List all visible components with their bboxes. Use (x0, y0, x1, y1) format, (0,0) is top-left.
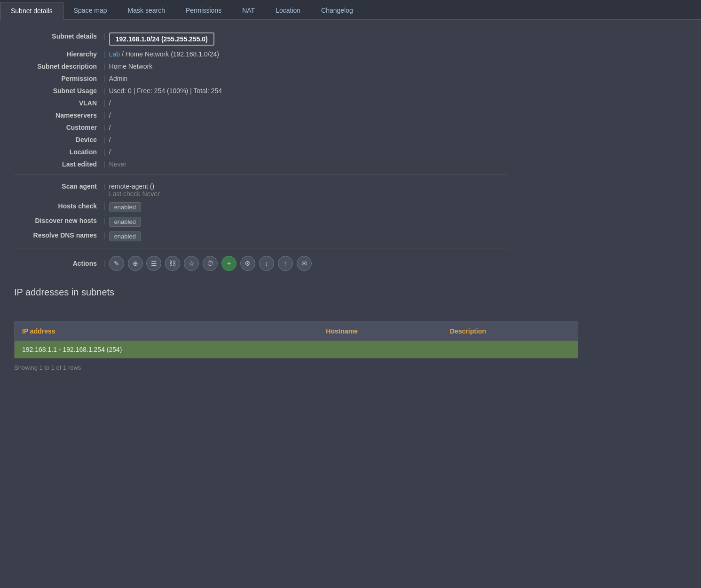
value-device: / (109, 135, 508, 143)
cell-description (442, 341, 578, 358)
spacer (14, 307, 687, 321)
label-device: Device (14, 135, 103, 143)
tab-space-map[interactable]: Space map (63, 2, 118, 20)
sep-resolve-dns: | (103, 230, 109, 239)
cell-ip: 192.168.1.1 - 192.168.1.254 (254) (15, 341, 318, 358)
sep-hierarchy: | (103, 49, 109, 58)
tab-changelog[interactable]: Changelog (311, 2, 363, 20)
label-actions: Actions (14, 259, 103, 267)
table-row[interactable]: 192.168.1.1 - 192.168.1.254 (254) (15, 341, 578, 358)
row-hosts-check: Hosts check | enabled (14, 199, 508, 214)
main-content: Subnet details | 192.168.1.0/24 (255.255… (0, 20, 701, 381)
sep-location: | (103, 147, 109, 156)
sep-last-edited: | (103, 159, 109, 168)
ip-section-heading: IP addresses in subnets (14, 287, 687, 298)
row-resolve-dns: Resolve DNS names | enabled (14, 229, 508, 243)
email-button[interactable]: ✉ (297, 256, 312, 271)
sep-permission: | (103, 74, 109, 82)
label-customer: Customer (14, 123, 103, 131)
row-permission: Permission | Admin (14, 72, 508, 84)
value-location: / (109, 147, 508, 156)
row-actions: Actions | ✎ ⊕ ☰ ⛓ ☆ ⏱ + ⚙ ↓ ↑ ✉ (14, 253, 687, 273)
tab-mask-search[interactable]: Mask search (118, 2, 175, 20)
row-nameservers: Nameservers | / (14, 109, 508, 121)
sep-nameservers: | (103, 111, 109, 119)
col-ip-address: IP address (15, 322, 318, 341)
value-discover-hosts: enabled (109, 216, 508, 227)
tab-permissions[interactable]: Permissions (175, 2, 232, 20)
row-hierarchy: Hierarchy | Lab / Home Network (192.168.… (14, 48, 508, 60)
scan-last-check: Last check Never (109, 190, 160, 198)
sep-device: | (103, 135, 109, 143)
label-scan-agent: Scan agent (14, 182, 103, 190)
list-button[interactable]: ☰ (146, 256, 161, 271)
value-vlan: / (109, 98, 508, 107)
hierarchy-rest: / Home Network (192.168.1.0/24) (120, 50, 219, 58)
value-scan-agent: remote-agent () Last check Never (109, 182, 508, 198)
value-permission: Admin (109, 74, 508, 82)
tab-bar: Subnet details Space map Mask search Per… (0, 0, 701, 20)
badge-resolve-dns: enabled (109, 231, 141, 241)
add-circle-button[interactable]: ⊕ (128, 256, 143, 271)
sep-customer: | (103, 123, 109, 131)
row-device: Device | / (14, 133, 508, 145)
value-resolve-dns: enabled (109, 230, 508, 241)
subnet-badge: 192.168.1.0/24 (255.255.255.0) (109, 32, 214, 46)
value-subnet-description: Home Network (109, 62, 508, 70)
row-subnet-details: Subnet details | 192.168.1.0/24 (255.255… (14, 30, 508, 48)
sep-subnet-details: | (103, 32, 109, 40)
row-subnet-description: Subnet description | Home Network (14, 60, 508, 72)
value-customer: / (109, 123, 508, 131)
value-hosts-check: enabled (109, 201, 508, 212)
row-subnet-usage: Subnet Usage | Used: 0 | Free: 254 (100%… (14, 84, 508, 96)
link-button[interactable]: ⛓ (165, 256, 180, 271)
plus-button[interactable]: + (221, 256, 236, 271)
value-actions: ✎ ⊕ ☰ ⛓ ☆ ⏱ + ⚙ ↓ ↑ ✉ (109, 255, 687, 271)
label-resolve-dns: Resolve DNS names (14, 230, 103, 239)
label-discover-hosts: Discover new hosts (14, 216, 103, 224)
label-subnet-description: Subnet description (14, 62, 103, 70)
scan-agent-parens: () (148, 183, 154, 190)
label-vlan: VLAN (14, 98, 103, 107)
value-nameservers: / (109, 111, 508, 119)
sep-scan-agent: | (103, 182, 109, 190)
sep-subnet-description: | (103, 62, 109, 70)
ip-table-wrapper: IP address Hostname Description 192.168.… (14, 321, 578, 358)
row-discover-hosts: Discover new hosts | enabled (14, 214, 508, 229)
value-last-edited: Never (109, 159, 508, 168)
tab-subnet-details[interactable]: Subnet details (0, 2, 63, 20)
sep-discover-hosts: | (103, 216, 109, 224)
download-button[interactable]: ↓ (259, 256, 274, 271)
label-subnet-details: Subnet details (14, 32, 103, 40)
star-button[interactable]: ☆ (184, 256, 199, 271)
tab-location[interactable]: Location (265, 2, 311, 20)
value-subnet-details: 192.168.1.0/24 (255.255.255.0) (109, 32, 508, 46)
divider-1 (14, 175, 508, 175)
sep-vlan: | (103, 98, 109, 107)
sep-hosts-check: | (103, 201, 109, 210)
col-description: Description (442, 322, 578, 341)
badge-hosts-check: enabled (109, 202, 141, 212)
row-customer: Customer | / (14, 121, 508, 133)
scan-table: Scan agent | remote-agent () Last check … (14, 180, 508, 243)
label-hosts-check: Hosts check (14, 201, 103, 210)
table-header-row: IP address Hostname Description (15, 322, 578, 341)
settings-button[interactable]: ⚙ (240, 256, 255, 271)
label-location: Location (14, 147, 103, 156)
cell-hostname (318, 341, 442, 358)
clock-button[interactable]: ⏱ (203, 256, 218, 271)
value-subnet-usage: Used: 0 | Free: 254 (100%) | Total: 254 (109, 86, 508, 95)
upload-button[interactable]: ↑ (278, 256, 293, 271)
label-last-edited: Last edited (14, 159, 103, 168)
badge-discover-hosts: enabled (109, 217, 141, 227)
edit-button[interactable]: ✎ (109, 256, 124, 271)
divider-2 (14, 248, 508, 248)
row-vlan: VLAN | / (14, 96, 508, 109)
value-hierarchy: Lab / Home Network (192.168.1.0/24) (109, 49, 508, 58)
hierarchy-link[interactable]: Lab (109, 50, 120, 58)
tab-nat[interactable]: NAT (232, 2, 265, 20)
details-table: Subnet details | 192.168.1.0/24 (255.255… (14, 30, 508, 170)
showing-text: Showing 1 to 1 of 1 rows (14, 364, 687, 371)
ip-table: IP address Hostname Description 192.168.… (15, 322, 578, 358)
sep-actions: | (103, 259, 109, 267)
